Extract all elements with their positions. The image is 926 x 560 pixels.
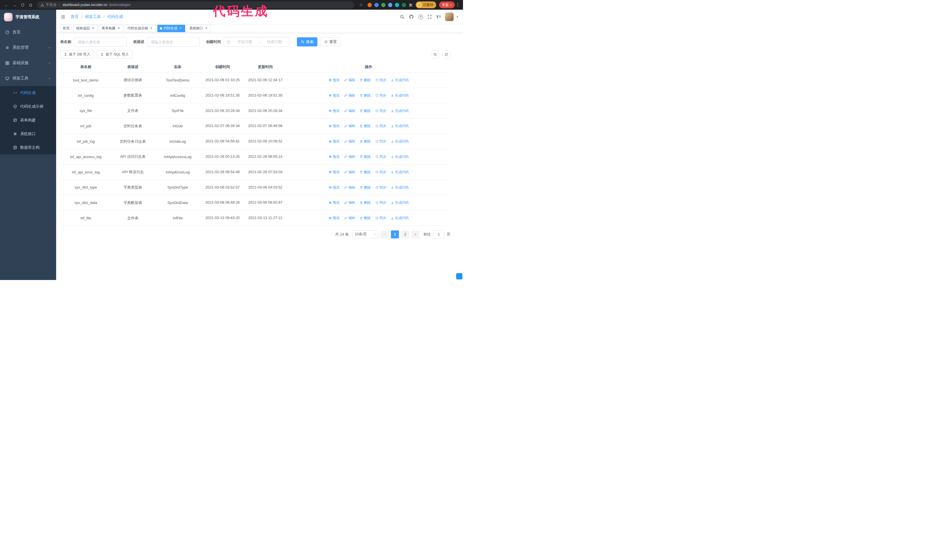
import-db-button[interactable]: 基于 DB 导入 [60, 50, 94, 59]
goto-page-input[interactable] [433, 231, 445, 238]
generate-code-link[interactable]: 生成代码 [390, 154, 409, 159]
view-tab[interactable]: 链路追踪 × [74, 25, 98, 32]
preview-link[interactable]: 预览 [328, 124, 340, 128]
preview-link[interactable]: 预览 [328, 139, 340, 144]
delete-link[interactable]: 删除 [360, 154, 371, 159]
edit-link[interactable]: 编辑 [344, 154, 355, 159]
extension-icon[interactable] [395, 3, 399, 7]
sync-link[interactable]: 同步 [375, 78, 386, 83]
edit-link[interactable]: 编辑 [344, 78, 355, 83]
extension-icon[interactable] [381, 3, 386, 7]
generate-code-link[interactable]: 生成代码 [390, 124, 409, 128]
edit-link[interactable]: 编辑 [344, 93, 355, 98]
delete-link[interactable]: 删除 [360, 216, 371, 220]
generate-code-link[interactable]: 生成代码 [390, 185, 409, 190]
reset-button[interactable]: 重置 [320, 37, 341, 47]
view-tab[interactable]: 代码生成示例 × [125, 25, 156, 32]
delete-link[interactable]: 删除 [360, 93, 371, 98]
date-range-picker[interactable]: 开始日期 - 结束日期 [224, 37, 291, 47]
sidebar-item-system[interactable]: 系统管理 [0, 40, 56, 55]
view-tab[interactable]: 系统接口 × [187, 25, 211, 32]
preview-link[interactable]: 预览 [328, 78, 340, 83]
sidebar-toggle-icon[interactable] [61, 15, 65, 20]
user-avatar[interactable] [445, 12, 454, 21]
edit-link[interactable]: 编辑 [344, 185, 355, 190]
sync-link[interactable]: 同步 [375, 170, 386, 175]
page-size-select[interactable]: 10条/页 ▼ [352, 231, 378, 238]
generate-code-link[interactable]: 生成代码 [390, 78, 409, 83]
view-tab[interactable]: 代码生成 × [157, 25, 185, 32]
sync-link[interactable]: 同步 [375, 139, 386, 144]
sync-link[interactable]: 同步 [375, 124, 386, 128]
prev-page-button[interactable]: ‹ [381, 231, 389, 238]
extension-icon[interactable] [374, 3, 379, 7]
extension-icon[interactable] [388, 3, 392, 7]
sidebar-item-codegen[interactable]: 代码生成 [0, 86, 56, 100]
edit-link[interactable]: 编辑 [344, 109, 355, 113]
close-icon[interactable]: × [149, 27, 153, 30]
sync-link[interactable]: 同步 [375, 185, 386, 190]
preview-link[interactable]: 预览 [328, 216, 340, 220]
edit-link[interactable]: 编辑 [344, 216, 355, 220]
next-page-button[interactable]: › [412, 231, 419, 238]
delete-link[interactable]: 删除 [360, 78, 371, 83]
table-name-input[interactable] [74, 37, 127, 47]
close-icon[interactable]: × [179, 27, 183, 30]
sidebar-item-codegen-example[interactable]: 代码生成示例 [0, 100, 56, 113]
help-icon[interactable]: ? [418, 15, 423, 20]
generate-code-link[interactable]: 生成代码 [390, 109, 409, 113]
generate-code-link[interactable]: 生成代码 [390, 139, 409, 144]
browser-reload-icon[interactable] [19, 1, 26, 9]
fullscreen-icon[interactable] [427, 15, 432, 19]
search-icon[interactable] [400, 15, 405, 20]
sync-link[interactable]: 同步 [375, 109, 386, 113]
floating-widget[interactable] [456, 273, 462, 279]
browser-menu-icon[interactable] [455, 3, 460, 7]
browser-update-button[interactable]: 更新 ▼ [439, 2, 455, 8]
sync-link[interactable]: 同步 [375, 216, 386, 220]
delete-link[interactable]: 删除 [360, 124, 371, 128]
close-icon[interactable]: × [204, 27, 208, 30]
caret-down-icon[interactable]: ▼ [456, 16, 458, 18]
font-size-icon[interactable]: TT [436, 15, 441, 20]
refresh-table-button[interactable] [442, 50, 451, 59]
sidebar-item-devtools[interactable]: 研发工具 [0, 71, 56, 86]
sync-link[interactable]: 同步 [375, 154, 386, 159]
sidebar-item-db-doc[interactable]: 数据库文档 [0, 141, 56, 154]
sidebar-item-form-builder[interactable]: 表单构建 [0, 113, 56, 127]
preview-link[interactable]: 预览 [328, 154, 340, 159]
view-tab[interactable]: 表单构建 × [99, 25, 123, 32]
table-desc-input[interactable] [147, 37, 200, 47]
generate-code-link[interactable]: 生成代码 [390, 216, 409, 220]
preview-link[interactable]: 预览 [328, 170, 340, 175]
app-logo[interactable]: 芋道管理系统 [0, 10, 56, 24]
delete-link[interactable]: 删除 [360, 200, 371, 205]
close-icon[interactable]: × [91, 27, 95, 30]
preview-link[interactable]: 预览 [328, 185, 340, 190]
import-sql-button[interactable]: 基于 SQL 导入 [97, 50, 133, 59]
breadcrumb-item[interactable]: / 首页 [71, 14, 79, 20]
close-icon[interactable]: × [117, 27, 121, 30]
generate-code-link[interactable]: 生成代码 [390, 200, 409, 205]
sync-link[interactable]: 同步 [375, 200, 386, 205]
preview-link[interactable]: 预览 [328, 109, 340, 113]
sidebar-item-infrastructure[interactable]: 基础设施 [0, 55, 56, 71]
edit-link[interactable]: 编辑 [344, 200, 355, 205]
sync-link[interactable]: 同步 [375, 93, 386, 98]
edit-link[interactable]: 编辑 [344, 139, 355, 144]
preview-link[interactable]: 预览 [328, 200, 340, 205]
generate-code-link[interactable]: 生成代码 [390, 170, 409, 175]
breadcrumb-item[interactable]: / 代码生成 [101, 14, 123, 20]
github-icon[interactable] [409, 14, 414, 20]
profile-paused-chip[interactable]: ☺ 已暂停 [416, 2, 436, 8]
view-tab[interactable]: 首页 [60, 25, 72, 32]
browser-home-icon[interactable] [27, 1, 34, 9]
delete-link[interactable]: 删除 [360, 139, 371, 144]
extension-icon[interactable] [368, 3, 372, 7]
delete-link[interactable]: 删除 [360, 185, 371, 190]
bookmark-star-icon[interactable]: ☆ [357, 1, 365, 9]
edit-link[interactable]: 编辑 [344, 124, 355, 128]
delete-link[interactable]: 删除 [360, 109, 371, 113]
page-number-button[interactable]: 1 [391, 231, 399, 238]
sidebar-item-home[interactable]: 首页 [0, 24, 56, 40]
